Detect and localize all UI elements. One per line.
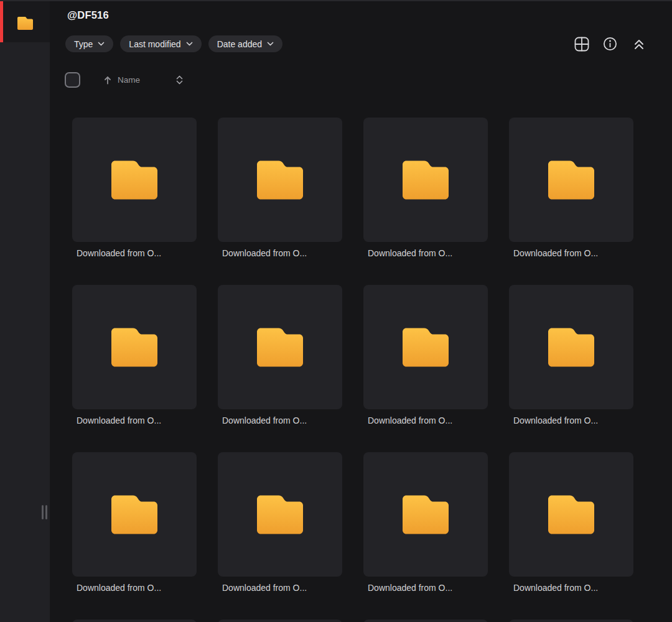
info-button[interactable] [602, 35, 618, 52]
folder-card-label: Downloaded from O... [509, 415, 633, 427]
filter-type-label: Type [74, 39, 93, 49]
folder-card-label: Downloaded from O... [72, 248, 197, 259]
folder-card-label: Downloaded from O... [218, 582, 342, 594]
filter-date-added-label: Date added [217, 39, 262, 49]
collapse-button[interactable] [630, 35, 647, 52]
folder-card[interactable]: Downloaded from O... [72, 118, 197, 259]
folder-card[interactable]: Downloaded from O... [72, 285, 197, 427]
folder-icon [111, 495, 157, 534]
window-top-highlight [0, 0, 672, 1]
folder-card-tile[interactable] [509, 452, 633, 577]
select-all-checkbox[interactable] [65, 72, 80, 88]
folder-icon [548, 328, 594, 367]
folder-icon [257, 328, 303, 367]
folder-icon [548, 495, 594, 534]
folder-card-label: Downloaded from O... [72, 415, 197, 427]
main-panel: @DF516 Type Last modified Date added [50, 0, 672, 622]
chevron-up-down-icon [175, 75, 184, 85]
folder-card[interactable]: Downloaded from O... [218, 285, 342, 427]
folder-card[interactable]: Downloaded from O... [72, 452, 197, 594]
folder-card-tile[interactable] [72, 452, 197, 577]
folder-card-label: Downloaded from O... [509, 248, 633, 259]
folder-card-tile[interactable] [363, 285, 488, 409]
folder-card-tile[interactable] [218, 285, 342, 409]
folder-icon [403, 495, 449, 534]
folder-icon [403, 328, 449, 367]
folder-card-tile[interactable] [218, 118, 342, 242]
folder-card[interactable]: Downloaded from O... [72, 620, 197, 622]
collapse-up-icon [633, 37, 645, 51]
folder-card-tile[interactable] [509, 118, 633, 242]
folder-card-tile[interactable] [509, 285, 633, 409]
folder-card[interactable]: Downloaded from O... [509, 118, 633, 259]
filter-date-added-button[interactable]: Date added [208, 35, 282, 52]
folder-card-label: Downloaded from O... [363, 248, 488, 259]
grid-view-button[interactable] [573, 35, 590, 52]
folder-card[interactable]: Downloaded from O... [363, 118, 488, 259]
folder-card-label: Downloaded from O... [509, 582, 633, 594]
folder-icon [17, 17, 33, 30]
folder-card[interactable]: Downloaded from O... [509, 285, 633, 427]
file-grid: Downloaded from O...Downloaded from O...… [72, 118, 638, 622]
folder-card-label: Downloaded from O... [363, 582, 488, 594]
folder-card[interactable]: Downloaded from O... [218, 452, 342, 594]
filter-bar: Type Last modified Date added [65, 35, 282, 52]
filter-last-modified-button[interactable]: Last modified [120, 35, 201, 52]
folder-card[interactable]: Downloaded from O... [363, 452, 488, 594]
folder-card-label: Downloaded from O... [218, 248, 342, 259]
folder-card[interactable]: Downloaded from O... [363, 620, 488, 622]
active-indicator [0, 1, 3, 42]
folder-card[interactable]: Downloaded from O... [509, 452, 633, 594]
folder-card-label: Downloaded from O... [363, 415, 488, 427]
folder-card-tile[interactable] [218, 620, 342, 622]
folder-card-tile[interactable] [218, 452, 342, 577]
folder-icon [111, 160, 157, 200]
sidebar [0, 0, 50, 622]
sort-by-name-control[interactable]: Name [103, 75, 140, 85]
view-actions [573, 35, 647, 52]
chevron-down-icon [98, 42, 105, 46]
folder-icon [548, 160, 594, 200]
folder-card-tile[interactable] [363, 452, 488, 577]
sort-field-label: Name [118, 75, 140, 85]
folder-icon [111, 328, 157, 367]
folder-card-tile[interactable] [72, 620, 197, 622]
folder-card-label: Downloaded from O... [218, 415, 342, 427]
sidebar-item-folders[interactable] [0, 1, 50, 42]
arrow-up-icon [103, 75, 112, 85]
sort-direction-toggle[interactable] [175, 75, 184, 85]
folder-icon [403, 160, 449, 200]
folder-card[interactable]: Downloaded from O... [218, 118, 342, 259]
grid-view-icon [574, 37, 589, 52]
folder-card-tile[interactable] [72, 118, 197, 242]
folder-card[interactable]: Downloaded from O... [509, 620, 633, 622]
filter-last-modified-label: Last modified [129, 39, 180, 49]
folder-card-tile[interactable] [72, 285, 197, 409]
folder-card[interactable]: Downloaded from O... [218, 620, 342, 622]
page-title: @DF516 [67, 9, 109, 21]
folder-icon [257, 495, 303, 534]
chevron-down-icon [267, 42, 274, 46]
info-icon [603, 37, 617, 51]
folder-card-tile[interactable] [509, 620, 633, 622]
filter-type-button[interactable]: Type [65, 35, 113, 52]
chevron-down-icon [186, 42, 193, 46]
folder-icon [257, 160, 303, 200]
folder-card-label: Downloaded from O... [72, 582, 197, 594]
folder-card[interactable]: Downloaded from O... [363, 285, 488, 427]
folder-card-tile[interactable] [363, 118, 488, 242]
folder-card-tile[interactable] [363, 620, 488, 622]
sidebar-resize-handle[interactable] [42, 505, 47, 519]
list-header: Name [65, 72, 184, 88]
